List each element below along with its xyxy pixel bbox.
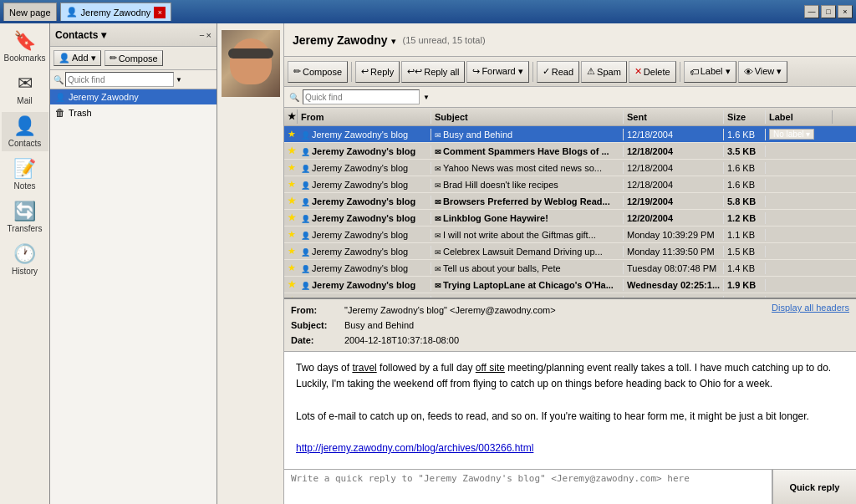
- mail-icon: ✉: [18, 73, 33, 94]
- size-cell: 1.6 KB: [724, 162, 766, 174]
- toolbar-separator-2: [532, 62, 533, 82]
- preview-link[interactable]: http://jeremy.zawodny.com/blog/archives/…: [296, 442, 533, 454]
- from-label: From:: [291, 303, 341, 318]
- sidebar-item-mail[interactable]: ✉ Mail: [2, 69, 48, 109]
- email-label-button[interactable]: 🏷 Label ▾: [684, 61, 736, 83]
- label-badge[interactable]: No label ▾: [769, 129, 814, 140]
- email-spam-button[interactable]: ⚠ Spam: [581, 61, 627, 83]
- header-subject[interactable]: Subject: [431, 110, 624, 124]
- sunglasses-shape: [228, 48, 273, 59]
- size-cell: 1.4 KB: [724, 262, 766, 274]
- preview-meta: From: "Jeremy Zawodny's blog" <Jeremy@za…: [291, 303, 556, 348]
- email-forward-button[interactable]: ↪ Forward ▾: [466, 61, 528, 83]
- sidebar-item-contacts[interactable]: 👤 Contacts: [2, 112, 48, 151]
- user-header: Jeremy Zawodny ▾ (15 unread, 15 total): [284, 23, 856, 57]
- from-cell: 👤Jeremy Zawodny's blog: [298, 145, 431, 157]
- email-reply-button[interactable]: ↩ Reply: [355, 61, 400, 83]
- email-toolbar: ✏ Compose ↩ Reply ↩↩ Reply all ↪ Forward…: [284, 57, 856, 87]
- email-row[interactable]: ★ 👤Jeremy Zawodny's blog ✉Browsers Prefe…: [284, 193, 856, 210]
- email-compose-button[interactable]: ✏ Compose: [288, 61, 348, 83]
- preview-from-row: From: "Jeremy Zawodny's blog" <Jeremy@za…: [291, 303, 556, 318]
- email-row[interactable]: ★ 👤Jeremy Zawodny's blog ✉Tell us about …: [284, 260, 856, 277]
- contacts-minimize-button[interactable]: −: [199, 30, 204, 40]
- compose-icon: ✏: [110, 53, 117, 64]
- email-search-dropdown-icon[interactable]: ▼: [423, 94, 430, 101]
- compose-button[interactable]: ✏ Compose: [104, 50, 163, 66]
- email-delete-button[interactable]: ✕ Delete: [629, 61, 676, 83]
- size-cell: 1.5 KB: [724, 246, 766, 257]
- compose-label: Compose: [119, 53, 158, 64]
- preview-body: Two days of travel followed by a full da…: [284, 352, 856, 469]
- sidebar-item-bookmarks[interactable]: 🔖 Bookmarks: [2, 27, 48, 66]
- tab-close-button[interactable]: ×: [154, 7, 166, 18]
- email-area: Jeremy Zawodny ▾ (15 unread, 15 total) ✏…: [284, 23, 856, 504]
- minimize-button[interactable]: —: [804, 5, 819, 18]
- email-row[interactable]: ★ 👤Jeremy Zawodny's blog ✉Brad Hill does…: [284, 176, 856, 193]
- subject-cell: ✉Trying LaptopLane at Chicago's O'Ha...: [431, 279, 624, 291]
- label-cell: [766, 217, 833, 219]
- email-view-button[interactable]: 👁 View ▾: [738, 61, 788, 83]
- subject-cell: ✉Tell us about your balls, Pete: [431, 262, 624, 274]
- sent-cell: 12/20/2004: [624, 212, 724, 224]
- contacts-header: Contacts ▾ − ×: [50, 23, 217, 47]
- email-row[interactable]: ★ 👤Jeremy Zawodny's blog ✉Linkblog Gone …: [284, 210, 856, 227]
- contacts-search-input[interactable]: [65, 72, 174, 87]
- email-icon: ✉: [435, 215, 441, 223]
- contacts-close-button[interactable]: ×: [206, 30, 211, 40]
- star-cell: ★: [284, 195, 298, 207]
- sent-cell: Tuesday 08:07:48 PM: [624, 262, 724, 274]
- contacts-title[interactable]: Contacts ▾: [55, 29, 106, 41]
- user-indicator[interactable]: ▾: [391, 36, 396, 46]
- header-size[interactable]: Size: [724, 110, 766, 124]
- header-from[interactable]: From: [298, 110, 431, 124]
- label-cell: [766, 234, 833, 236]
- sidebar-item-history[interactable]: 🕐 History: [2, 240, 48, 279]
- email-row[interactable]: ★ 👤Jeremy Zawodny's blog ✉Comment Spamme…: [284, 143, 856, 160]
- from-value: "Jeremy Zawodny's blog" <Jeremy@zawodny.…: [344, 303, 556, 318]
- email-row[interactable]: ★ 👤Jeremy Zawodny's blog ✉I will not wri…: [284, 227, 856, 243]
- email-row[interactable]: ★ 👤Jeremy Zawodny's blog ✉Celebrex Lawsu…: [284, 243, 856, 260]
- star-cell: ★: [284, 128, 298, 140]
- display-headers-link[interactable]: Display all headers: [772, 303, 849, 313]
- from-avatar: 👤: [301, 265, 310, 273]
- header-label[interactable]: Label: [766, 110, 833, 124]
- add-button[interactable]: 👤 Add ▾: [54, 50, 101, 66]
- from-avatar: 👤: [301, 181, 310, 190]
- sidebar-item-transfers[interactable]: 🔄 Transfers: [2, 197, 48, 237]
- email-row[interactable]: ★ 👤Jeremy Zawodny's blog ✉Yahoo News was…: [284, 160, 856, 176]
- subject-cell: ✉I will not write about the Giftmas gift…: [431, 229, 624, 241]
- active-tab-icon: 👤: [66, 7, 78, 18]
- sent-cell: 12/19/2004: [624, 196, 724, 207]
- contact-item-trash[interactable]: 🗑 Trash: [50, 104, 217, 121]
- contact-item-jeremy[interactable]: 👤 Jeremy Zawodny: [50, 89, 217, 104]
- preview-date-row: Date: 2004-12-18T10:37:18-08:00: [291, 333, 556, 348]
- from-cell: 👤Jeremy Zawodny's blog: [298, 279, 431, 291]
- sidebar-item-notes[interactable]: 📝 Notes: [2, 155, 48, 194]
- header-sent[interactable]: Sent: [624, 110, 724, 124]
- toolbar-separator-3: [680, 62, 680, 82]
- email-row[interactable]: ★ 👤Jeremy Zawodny's blog ✉Busy and Behin…: [284, 126, 856, 143]
- email-search-input[interactable]: [303, 89, 420, 104]
- email-search-bar: 🔍 ▼: [284, 87, 856, 108]
- email-read-button[interactable]: ✓ Read: [537, 61, 579, 83]
- close-button[interactable]: ×: [838, 5, 853, 18]
- quick-reply-button[interactable]: Quick reply: [772, 470, 856, 504]
- email-row[interactable]: ★ 👤Jeremy Zawodny's blog ✉Trying LaptopL…: [284, 277, 856, 293]
- bookmarks-icon: 🔖: [13, 30, 36, 52]
- delete-icon: ✕: [634, 66, 642, 77]
- email-reply-all-button[interactable]: ↩↩ Reply all: [401, 61, 465, 83]
- read-icon: ✓: [543, 66, 550, 77]
- preview-pane: From: "Jeremy Zawodny's blog" <Jeremy@za…: [284, 298, 856, 504]
- search-dropdown-icon[interactable]: ▼: [176, 76, 182, 84]
- search-icon: 🔍: [54, 75, 64, 84]
- add-icon: 👤: [59, 53, 70, 64]
- window-controls: — □ ×: [804, 5, 853, 18]
- preview-subject-row: Subject: Busy and Behind: [291, 318, 556, 333]
- contacts-list: 👤 Jeremy Zawodny 🗑 Trash: [50, 89, 217, 504]
- active-tab[interactable]: 👤 Jeremy Zawodny ×: [60, 3, 172, 21]
- quick-reply-input[interactable]: [284, 470, 772, 504]
- travel-underlined: travel: [352, 362, 376, 374]
- inactive-tab[interactable]: New page: [3, 3, 57, 21]
- wm-buttons: — □ ×: [804, 5, 853, 18]
- maximize-button[interactable]: □: [821, 5, 836, 18]
